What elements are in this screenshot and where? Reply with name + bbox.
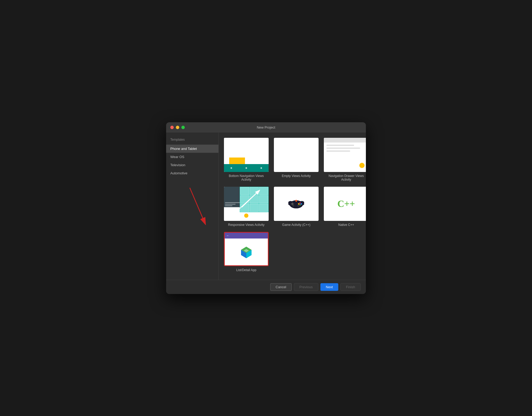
main-panel: Bottom Navigation Views Activity Empty V…	[219, 133, 366, 280]
template-name-native-cpp: Native C++	[338, 223, 354, 227]
svg-line-1	[190, 188, 206, 225]
gamepad-icon	[288, 197, 304, 210]
next-button[interactable]: Next	[320, 283, 339, 291]
sidebar-item-wear-os[interactable]: Wear OS	[166, 153, 218, 161]
svg-point-14	[292, 205, 294, 206]
template-name-game: Game Activity (C++)	[282, 223, 310, 227]
sidebar-label: Templates	[166, 138, 218, 145]
svg-line-3	[237, 190, 260, 211]
template-name-list-detail: List/Detail App	[236, 268, 257, 272]
titlebar: New Project	[166, 122, 366, 133]
template-list-detail[interactable]: ←	[224, 232, 269, 272]
templates-grid: Bottom Navigation Views Activity Empty V…	[219, 133, 366, 280]
sidebar: Templates Phone and Tablet Wear OS Telev…	[166, 133, 219, 280]
template-thumb-nav-drawer	[324, 138, 366, 172]
svg-point-15	[297, 205, 299, 206]
template-name-nav-drawer: Navigation Drawer Views Activity	[324, 174, 366, 181]
close-button[interactable]	[170, 126, 174, 129]
template-thumb-game	[274, 187, 319, 221]
template-native-cpp[interactable]: C++ Native C++	[324, 187, 366, 227]
template-thumb-list-detail: ←	[224, 232, 269, 266]
window-title: New Project	[257, 125, 275, 129]
main-content: Templates Phone and Tablet Wear OS Telev…	[166, 133, 366, 280]
annotation-arrow	[174, 182, 216, 235]
template-name-empty-views: Empty Views Activity	[282, 174, 311, 178]
svg-point-13	[299, 204, 301, 205]
template-empty-views[interactable]: Empty Views Activity	[274, 138, 319, 181]
footer: Cancel Previous Next Finish	[166, 280, 366, 294]
previous-button[interactable]: Previous	[294, 283, 318, 291]
minimize-button[interactable]	[176, 126, 179, 129]
android-studio-cube-icon	[240, 245, 253, 258]
template-name-bottom-nav: Bottom Navigation Views Activity	[224, 174, 269, 181]
template-thumb-native-cpp: C++	[324, 187, 366, 221]
template-responsive[interactable]: Responsive Views Activity	[224, 187, 269, 227]
template-thumb-bottom-nav	[224, 138, 269, 172]
back-arrow-icon: ←	[226, 234, 229, 237]
template-thumb-responsive	[224, 187, 269, 221]
sidebar-item-automotive[interactable]: Automotive	[166, 169, 218, 177]
sidebar-item-phone-tablet[interactable]: Phone and Tablet	[166, 145, 218, 153]
arrow-area	[166, 177, 218, 230]
svg-rect-9	[292, 202, 293, 205]
cancel-button[interactable]: Cancel	[270, 283, 292, 291]
cpp-logo-text: C++	[337, 198, 355, 209]
template-nav-drawer[interactable]: Navigation Drawer Views Activity	[324, 138, 366, 181]
template-game[interactable]: Game Activity (C++)	[274, 187, 319, 227]
finish-button[interactable]: Finish	[340, 283, 361, 291]
template-thumb-empty-views	[274, 138, 319, 172]
svg-point-16	[295, 200, 297, 202]
template-bottom-nav[interactable]: Bottom Navigation Views Activity	[224, 138, 269, 181]
svg-point-10	[299, 202, 301, 204]
new-project-window: New Project Templates Phone and Tablet W…	[166, 122, 366, 294]
svg-point-12	[298, 203, 299, 204]
traffic-lights	[170, 126, 185, 129]
svg-point-11	[301, 203, 302, 204]
sidebar-item-television[interactable]: Television	[166, 161, 218, 169]
template-name-responsive: Responsive Views Activity	[228, 223, 265, 227]
maximize-button[interactable]	[181, 126, 185, 129]
